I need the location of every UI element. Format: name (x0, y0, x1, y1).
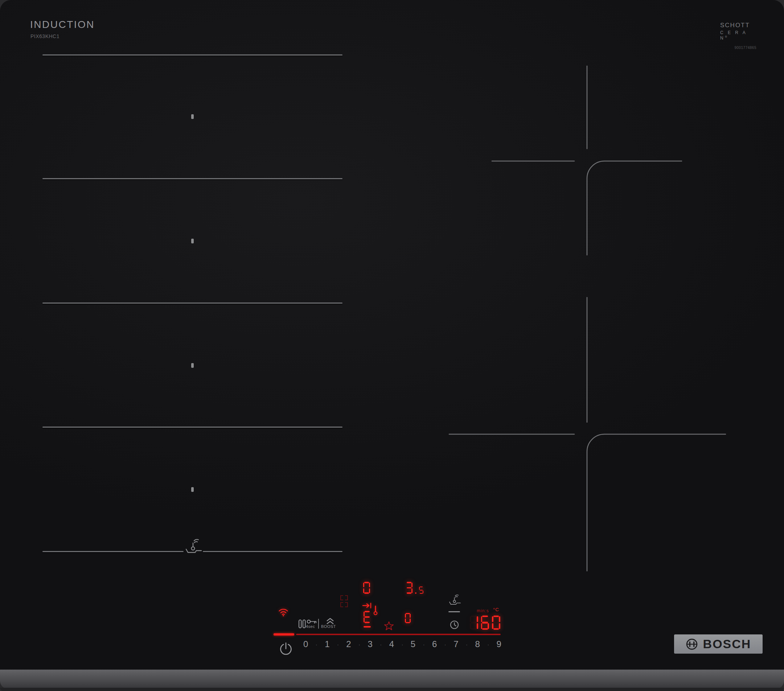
power-level-6[interactable]: 6 (432, 640, 437, 648)
power-level-9[interactable]: 9 (497, 640, 501, 648)
timer-unit-time: min:s (477, 608, 489, 614)
pause-bars-icon[interactable] (298, 619, 306, 628)
power-level-separator: · (487, 642, 489, 647)
power-level-separator: · (401, 642, 403, 647)
power-level-separator: · (316, 642, 318, 647)
hob-front-edge-shadow (0, 688, 784, 691)
wifi-icon[interactable] (278, 607, 289, 617)
bosch-logo-badge: BOSCH (674, 634, 763, 654)
power-level-0[interactable]: 0 (303, 640, 308, 648)
key-icon[interactable] (306, 619, 318, 625)
pan-thermometer-wireless-icon[interactable] (448, 594, 462, 606)
right-zone-markings (0, 0, 784, 671)
power-level-3[interactable]: 3 (368, 640, 372, 648)
power-level-separator: · (380, 642, 382, 647)
power-level-5[interactable]: 5 (411, 640, 415, 648)
slider-active-segment[interactable] (273, 633, 294, 635)
slider-track[interactable] (296, 634, 501, 635)
timer-unit-temp: °C (493, 607, 499, 612)
flex-zone-level-display[interactable] (363, 582, 370, 594)
flex-indicator-underscore (364, 626, 371, 627)
power-standby-icon[interactable] (278, 641, 293, 656)
star-icon[interactable] (384, 621, 394, 631)
clock-icon[interactable] (450, 620, 459, 630)
bosch-wordmark: BOSCH (703, 637, 751, 651)
power-level-1[interactable]: 1 (325, 640, 329, 648)
arrow-to-bar-icon (362, 602, 373, 609)
power-level-separator: · (423, 642, 425, 647)
bosch-induction-hob: INDUCTION PIX63KHC1 SCHOTT C E R A N® 90… (0, 0, 784, 691)
power-level-separator: · (337, 642, 339, 647)
power-level-separator: · (466, 642, 468, 647)
double-chevron-up-icon[interactable] (325, 618, 335, 625)
power-level-4[interactable]: 4 (389, 640, 394, 648)
power-level-2[interactable]: 2 (346, 640, 351, 648)
thermometer-icon (373, 605, 378, 615)
flex-indicator-display (364, 611, 371, 623)
childlock-label[interactable]: 4sec (306, 624, 315, 628)
power-level-7[interactable]: 7 (453, 640, 458, 648)
power-level-separator: · (445, 642, 446, 647)
timer-value-display[interactable] (470, 615, 500, 630)
power-level-8[interactable]: 8 (475, 640, 479, 648)
sensor-divider-line (448, 611, 460, 612)
zone-select-brackets (340, 595, 348, 607)
right-zone-level-display[interactable] (405, 582, 423, 594)
hob-front-edge (0, 670, 784, 689)
control-divider (318, 619, 319, 628)
timer-select-display[interactable] (405, 613, 411, 623)
bosch-armature-icon (686, 638, 698, 650)
power-level-separator: · (359, 642, 360, 647)
boost-label[interactable]: BOOST (321, 624, 336, 628)
power-level-scale[interactable]: 0·1·2·3·4·5·6·7·8·9 (303, 638, 501, 650)
